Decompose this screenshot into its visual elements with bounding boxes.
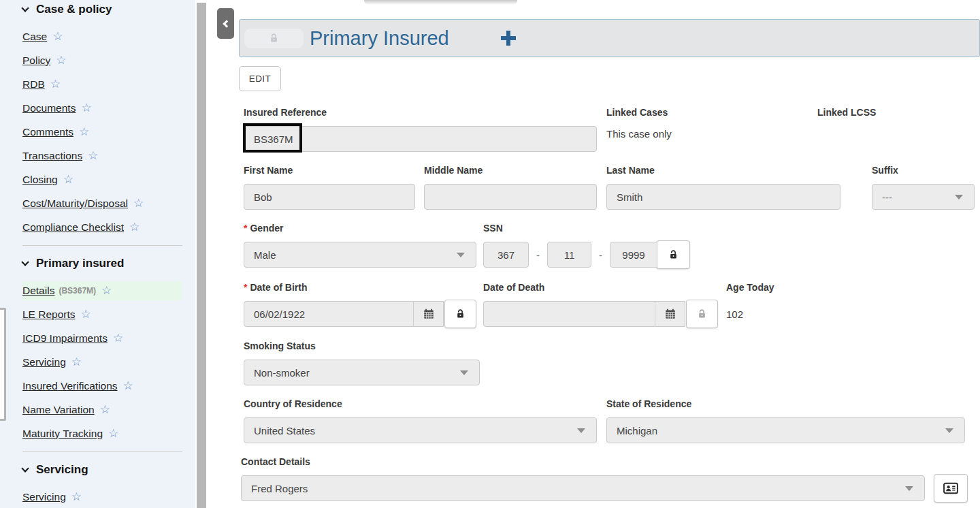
sidebar-link[interactable]: Compliance Checklist: [22, 221, 124, 234]
chevron-left-icon: [223, 20, 230, 27]
favorite-star-icon[interactable]: ☆: [101, 285, 112, 296]
field-label: Contact Details: [241, 456, 968, 467]
sidebar-link[interactable]: Closing: [22, 173, 58, 187]
sidebar-section-primary-insured[interactable]: Primary insured: [22, 255, 182, 272]
contact-details-select[interactable]: Fred Rogers: [241, 475, 925, 501]
sidebar-item-compliance-checklist[interactable]: Compliance Checklist ☆: [22, 218, 182, 237]
sidebar-divider: [22, 245, 182, 246]
favorite-star-icon[interactable]: ☆: [81, 309, 91, 320]
sidebar-link[interactable]: Documents: [22, 101, 76, 115]
ssn-part3-input[interactable]: 9999: [610, 242, 657, 268]
page-title: Primary Insured: [310, 27, 449, 50]
favorite-star-icon[interactable]: ☆: [123, 381, 133, 392]
field-label: Last Name: [606, 165, 840, 176]
field-label: State of Residence: [606, 398, 965, 409]
favorite-star-icon[interactable]: ☆: [133, 198, 144, 209]
sidebar-link[interactable]: Name Variation: [22, 403, 95, 417]
dod-unlock-button[interactable]: [686, 300, 718, 328]
gender-select[interactable]: Male: [244, 242, 476, 268]
favorite-star-icon[interactable]: ☆: [79, 127, 89, 138]
sidebar-link[interactable]: Insured Verifications: [22, 379, 118, 393]
sidebar-item-rdb[interactable]: RDB ☆: [22, 75, 182, 94]
sidebar-item-transactions[interactable]: Transactions ☆: [22, 146, 182, 165]
sidebar-item-name-variation[interactable]: Name Variation ☆: [22, 400, 182, 419]
sidebar-link[interactable]: Comments: [22, 125, 74, 139]
sidebar-link[interactable]: Maturity Tracking: [22, 427, 103, 441]
sidebar-item-maturity-tracking[interactable]: Maturity Tracking ☆: [22, 424, 182, 443]
favorite-star-icon[interactable]: ☆: [56, 55, 66, 66]
sidebar-section-case-policy[interactable]: Case & policy: [22, 1, 182, 18]
dropdown-arrow-icon: [945, 428, 953, 433]
unlock-icon: [697, 308, 707, 319]
insured-reference-input[interactable]: BS367M: [244, 126, 597, 152]
required-marker: *: [244, 282, 247, 293]
sidebar-item-details[interactable]: Details (BS367M) ☆: [22, 281, 182, 300]
sidebar-item-insured-verifications[interactable]: Insured Verifications ☆: [22, 377, 182, 396]
background-window-edge: [0, 308, 6, 421]
sidebar-item-policy[interactable]: Policy ☆: [22, 51, 182, 70]
contact-details-field: Contact Details Fred Rogers: [241, 456, 968, 503]
suffix-select[interactable]: ---: [872, 184, 975, 210]
field-label: *Date of Birth: [244, 282, 476, 293]
sidebar-item-le-reports[interactable]: LE Reports ☆: [22, 305, 182, 324]
sidebar-link[interactable]: RDB: [22, 78, 45, 91]
ssn-unlock-button[interactable]: [656, 240, 690, 269]
favorite-star-icon[interactable]: ☆: [50, 79, 61, 90]
ssn-part1-input[interactable]: 367: [483, 242, 529, 268]
sidebar-link[interactable]: Servicing: [22, 490, 66, 504]
sidebar-link[interactable]: Transactions: [22, 149, 82, 163]
chevron-down-icon: [21, 464, 29, 472]
sidebar-item-servicing-2[interactable]: Servicing ☆: [22, 488, 182, 507]
date-of-birth-input[interactable]: 06/02/1922: [244, 308, 413, 320]
favorite-star-icon[interactable]: ☆: [108, 428, 118, 439]
favorite-star-icon[interactable]: ☆: [71, 492, 82, 503]
country-select[interactable]: United States: [244, 417, 597, 443]
middle-name-input[interactable]: [424, 184, 597, 210]
field-label: Smoking Status: [244, 340, 480, 351]
favorite-star-icon[interactable]: ☆: [88, 150, 98, 161]
section-title: Case & policy: [36, 1, 112, 18]
favorite-star-icon[interactable]: ☆: [113, 333, 123, 344]
dropdown-arrow-icon: [955, 195, 963, 200]
sidebar: Case & policy Case ☆ Policy ☆ RDB ☆ Docu…: [0, 0, 195, 508]
sidebar-link[interactable]: Servicing: [22, 355, 66, 369]
sidebar-item-case[interactable]: Case ☆: [22, 27, 182, 46]
ssn-part2-input[interactable]: 11: [547, 242, 591, 268]
favorite-star-icon[interactable]: ☆: [129, 222, 140, 233]
last-name-input[interactable]: Smith: [606, 184, 840, 210]
unlock-pill: [244, 29, 304, 48]
sidebar-link[interactable]: Cost/Maturity/Disposal: [22, 197, 128, 210]
sidebar-item-servicing[interactable]: Servicing ☆: [22, 353, 182, 372]
favorite-star-icon[interactable]: ☆: [63, 174, 74, 185]
field-label: Date of Death: [483, 282, 718, 293]
sidebar-link[interactable]: ICD9 Impairments: [22, 332, 108, 345]
favorite-star-icon[interactable]: ☆: [71, 357, 82, 368]
sidebar-item-comments[interactable]: Comments ☆: [22, 123, 182, 142]
smoking-status-select[interactable]: Non-smoker: [244, 360, 480, 385]
field-label: *Gender: [244, 223, 476, 234]
sidebar-item-icd9-impairments[interactable]: ICD9 Impairments ☆: [22, 329, 182, 348]
add-button[interactable]: [498, 28, 519, 48]
sidebar-item-documents[interactable]: Documents ☆: [22, 99, 182, 118]
favorite-star-icon[interactable]: ☆: [52, 31, 63, 42]
field-label: Linked Cases: [606, 107, 672, 118]
sidebar-link[interactable]: Policy: [22, 54, 50, 67]
calendar-button[interactable]: [413, 301, 443, 327]
sidebar-link[interactable]: Details: [22, 284, 54, 298]
calendar-button[interactable]: [655, 301, 685, 327]
sidebar-link[interactable]: Case: [22, 30, 47, 44]
sidebar-item-closing[interactable]: Closing ☆: [22, 170, 182, 189]
sidebar-scrollbar-thumb[interactable]: [197, 3, 206, 508]
state-select[interactable]: Michigan: [606, 417, 965, 443]
dropdown-arrow-icon: [460, 370, 468, 375]
collapse-sidebar-button[interactable]: [217, 8, 234, 39]
contact-card-button[interactable]: [934, 474, 968, 503]
sidebar-item-cost-maturity-disposal[interactable]: Cost/Maturity/Disposal ☆: [22, 194, 182, 213]
sidebar-section-servicing[interactable]: Servicing: [22, 462, 182, 478]
first-name-input[interactable]: Bob: [244, 184, 415, 210]
edit-button[interactable]: EDIT: [239, 66, 281, 91]
sidebar-link[interactable]: LE Reports: [22, 308, 76, 321]
dob-unlock-button[interactable]: [444, 300, 476, 328]
favorite-star-icon[interactable]: ☆: [81, 103, 91, 114]
favorite-star-icon[interactable]: ☆: [100, 404, 110, 415]
